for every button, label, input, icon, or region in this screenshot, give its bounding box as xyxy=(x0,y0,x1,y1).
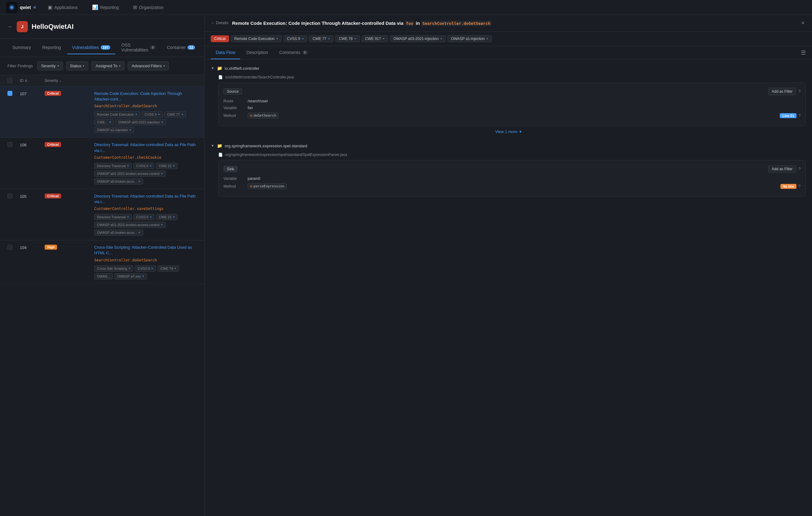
detail-back-button[interactable]: ← Details xyxy=(211,20,228,25)
tag-add-cvss9-106[interactable]: + xyxy=(149,164,151,168)
sink-card-type: Sink xyxy=(224,166,237,172)
row-checkbox-106[interactable] xyxy=(7,142,20,147)
sink-help-icon[interactable]: ? xyxy=(799,167,801,171)
tab-summary[interactable]: Summary xyxy=(7,41,36,54)
table-row[interactable]: 105 Critical Directory Traversal: Attack… xyxy=(0,189,204,240)
tag-add-cwe22-106[interactable]: + xyxy=(173,164,175,168)
tag-add-cvss8-104[interactable]: + xyxy=(151,266,153,271)
detail-tag-cvss9: CVSS 9 + xyxy=(284,35,308,42)
detail-tag-add-cwe77[interactable]: + xyxy=(328,36,330,41)
row-severity-105: Critical xyxy=(45,193,94,198)
row-content-107: Remote Code Execution: Code Injection Th… xyxy=(94,91,197,133)
tag-add-dt-105[interactable]: + xyxy=(127,215,129,219)
tag-add-xss-104[interactable]: + xyxy=(128,266,130,271)
tag-add-owasp-a5-105[interactable]: + xyxy=(138,230,140,235)
tag-xss-104: Cross-Site Scripting+ xyxy=(94,266,133,272)
vuln-title-107[interactable]: Remote Code Execution: Code Injection Th… xyxy=(94,91,197,102)
sink-variable-value: param0 xyxy=(248,176,798,181)
tab-oss[interactable]: OSS Vulnerabilities 0 xyxy=(117,39,161,57)
tab-reporting[interactable]: Reporting xyxy=(37,41,66,54)
tag-add-owasp-a5-106[interactable]: + xyxy=(138,179,140,184)
tag-add-owasp-a01-105[interactable]: + xyxy=(161,223,163,227)
tag-add-cwe79-104[interactable]: + xyxy=(174,266,176,271)
logo-text: qwiet xyxy=(20,5,31,10)
tab-vulnerabilities[interactable]: Vulnerabilities 107 xyxy=(67,41,115,54)
source-method-label: Method xyxy=(224,113,245,118)
row-checkbox-107[interactable] xyxy=(7,91,20,96)
organization-icon: ⊞ xyxy=(133,4,137,10)
table-row[interactable]: 106 Critical Directory Traversal: Attack… xyxy=(0,138,204,189)
tag-add-cvss9[interactable]: + xyxy=(158,112,160,116)
tag-add-cwe77[interactable]: + xyxy=(181,112,183,116)
status-filter-button[interactable]: Status ▾ xyxy=(66,61,89,71)
detail-tag-add-owasp-a03-detail[interactable]: + xyxy=(440,36,442,41)
tab-container[interactable]: Container 12 xyxy=(162,41,200,54)
vuln-title-105[interactable]: Directory Traversal: Attacker-controlled… xyxy=(94,193,197,205)
row-id-105: 105 xyxy=(20,193,45,199)
detail-close-button[interactable]: × xyxy=(800,20,806,26)
sink-method-value: ⧉ parseExpression xyxy=(248,183,778,189)
source-collapse-icon[interactable]: ▼ xyxy=(211,66,214,71)
tab-data-flow-label: Data Flow xyxy=(216,50,235,55)
app-header: ← J HelloQwietAI xyxy=(0,15,204,39)
tab-comments[interactable]: Comments 0 xyxy=(274,46,313,59)
table-row[interactable]: 104 High Cross-Site Scripting: Attacker-… xyxy=(0,240,204,284)
severity-filter-button[interactable]: Severity ▾ xyxy=(37,61,63,71)
sink-line-help-icon[interactable]: ? xyxy=(799,184,801,189)
tag-add-cwe22-105[interactable]: + xyxy=(173,215,175,219)
detail-tag-add-owasp-a1-detail[interactable]: + xyxy=(486,36,488,41)
row-id-104: 104 xyxy=(20,245,45,250)
source-card-header: Source Add as Filter ? xyxy=(224,88,801,95)
row-checkbox-104[interactable] xyxy=(7,245,20,250)
nav-reporting[interactable]: 📊 Reporting xyxy=(90,3,121,11)
nav-applications[interactable]: ▣ Applications xyxy=(45,3,80,11)
tag-add-cvss9-105[interactable]: + xyxy=(149,215,151,219)
tag-add-owasp-a7-104[interactable]: + xyxy=(142,274,144,278)
tag-add-owasp-a03[interactable]: + xyxy=(161,120,163,124)
id-sort-icon[interactable]: ⇅ xyxy=(25,79,27,82)
detail-tag-add-cvss9[interactable]: + xyxy=(301,36,304,41)
detail-title-in: in xyxy=(415,21,421,26)
detail-tag-add-cwe917[interactable]: + xyxy=(382,36,385,41)
tag-add-cwemore[interactable]: + xyxy=(109,120,111,124)
source-help-icon[interactable]: ? xyxy=(799,89,801,93)
assigned-to-filter-button[interactable]: Assigned To ▾ xyxy=(91,61,124,71)
table-row[interactable]: 107 Critical Remote Code Execution: Code… xyxy=(0,86,204,138)
detail-menu-icon[interactable]: ☰ xyxy=(801,49,806,56)
vuln-title-104[interactable]: Cross-Site Scripting: Attacker-Controlle… xyxy=(94,245,197,256)
source-card-type: Source xyxy=(224,88,242,94)
detail-tag-owasp-a1: OWASP a1-injection + xyxy=(447,35,492,42)
tag-add-owasp-a01-106[interactable]: + xyxy=(161,171,163,176)
source-card: Source Add as Filter ? Route /search/use… xyxy=(218,82,806,126)
tab-data-flow[interactable]: Data Flow xyxy=(211,46,240,59)
detail-tag-add-rce[interactable]: + xyxy=(276,36,278,41)
applications-icon: ▣ xyxy=(48,4,52,10)
tag-add-owasp-a1[interactable]: + xyxy=(129,128,132,132)
detail-tag-add-cwe78[interactable]: + xyxy=(354,36,356,41)
severity-sort-icon[interactable]: ⌄ xyxy=(59,79,62,82)
tag-cvss9-106: CVSS 9+ xyxy=(133,163,154,169)
view-more-chevron-icon: ▾ xyxy=(519,129,522,134)
detail-tag-cwe78: CWE 78 + xyxy=(335,35,360,42)
advanced-filters-button[interactable]: Advanced Filters ▾ xyxy=(128,61,169,71)
source-method-row: Method ⧉ doGetSearch Line 21 ? xyxy=(224,113,801,118)
detail-tag-cwe917: CWE 917 + xyxy=(362,35,388,42)
sink-collapse-icon[interactable]: ▼ xyxy=(211,143,214,148)
sink-add-filter-button[interactable]: Add as Filter xyxy=(768,165,796,173)
tag-owasp-a1: OWASP a1-injection+ xyxy=(94,127,134,133)
source-line-help-icon[interactable]: ? xyxy=(799,113,801,118)
detail-tabs: Data Flow Description Comments 0 ☰ xyxy=(205,46,812,59)
view-more-button[interactable]: View 1 more ▾ xyxy=(211,126,806,137)
app-back-button[interactable]: ← xyxy=(7,24,13,30)
row-checkbox-105[interactable] xyxy=(7,193,20,198)
nav-organization[interactable]: ⊞ Organization xyxy=(130,3,166,11)
row-content-104: Cross-Site Scripting: Attacker-Controlle… xyxy=(94,245,197,279)
tag-dir-traversal: Directory Traversal+ xyxy=(94,163,132,169)
select-all-checkbox[interactable] xyxy=(7,78,12,83)
source-add-filter-button[interactable]: Add as Filter xyxy=(768,88,796,95)
back-arrow-icon: ← xyxy=(211,21,215,25)
tab-description[interactable]: Description xyxy=(241,46,273,59)
vuln-title-106[interactable]: Directory Traversal: Attacker-controlled… xyxy=(94,142,197,153)
tag-add-dt[interactable]: + xyxy=(127,164,129,168)
tag-add-rce[interactable]: + xyxy=(135,112,137,116)
